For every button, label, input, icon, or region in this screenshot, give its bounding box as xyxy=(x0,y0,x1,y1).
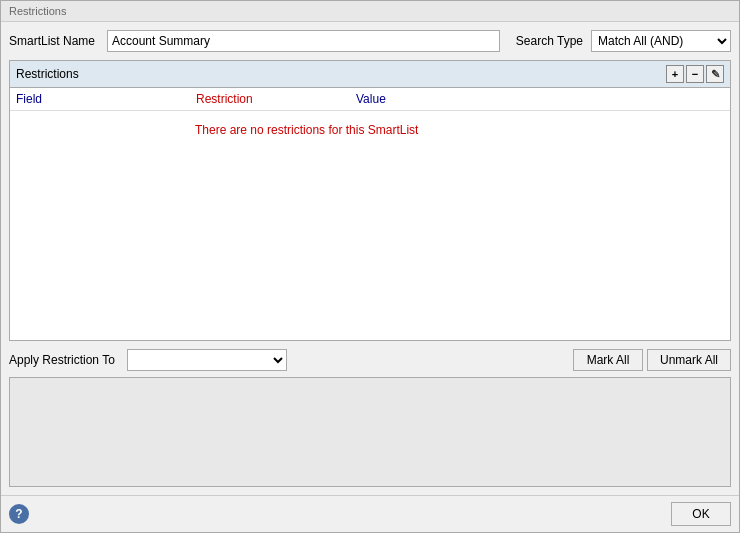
smartlist-name-label: SmartList Name xyxy=(9,34,99,48)
smartlist-row: SmartList Name Search Type Match All (AN… xyxy=(9,30,731,52)
mark-buttons: Mark All Unmark All xyxy=(573,349,731,371)
unmark-all-button[interactable]: Unmark All xyxy=(647,349,731,371)
search-type-select[interactable]: Match All (AND) Match Any (OR) xyxy=(591,30,731,52)
restrictions-panel: Restrictions + − ✎ Field Restriction Val… xyxy=(9,60,731,341)
bottom-area: Apply Restriction To Mark All Unmark All xyxy=(9,349,731,487)
apply-row: Apply Restriction To Mark All Unmark All xyxy=(9,349,731,371)
pencil-icon: ✎ xyxy=(711,68,720,81)
col-field-header: Field xyxy=(16,92,196,106)
col-value-header: Value xyxy=(356,92,724,106)
apply-restriction-label: Apply Restriction To xyxy=(9,353,119,367)
table-header-row: Field Restriction Value xyxy=(10,88,730,111)
footer-bar: ? OK xyxy=(1,495,739,532)
restrictions-panel-header: Restrictions + − ✎ xyxy=(10,61,730,88)
main-window: Restrictions SmartList Name Search Type … xyxy=(0,0,740,533)
search-type-label: Search Type xyxy=(516,34,583,48)
apply-list-area xyxy=(9,377,731,487)
help-button[interactable]: ? xyxy=(9,504,29,524)
restrictions-panel-title: Restrictions xyxy=(16,67,79,81)
col-restriction-header: Restriction xyxy=(196,92,356,106)
restrictions-header-buttons: + − ✎ xyxy=(666,65,724,83)
ok-button[interactable]: OK xyxy=(671,502,731,526)
remove-restriction-button[interactable]: − xyxy=(686,65,704,83)
title-bar: Restrictions xyxy=(1,1,739,22)
content-area: SmartList Name Search Type Match All (AN… xyxy=(1,22,739,495)
apply-restriction-select[interactable] xyxy=(127,349,287,371)
restrictions-table-body: There are no restrictions for this Smart… xyxy=(10,111,730,340)
add-restriction-button[interactable]: + xyxy=(666,65,684,83)
mark-all-button[interactable]: Mark All xyxy=(573,349,643,371)
no-restrictions-message: There are no restrictions for this Smart… xyxy=(10,111,730,149)
smartlist-name-input[interactable] xyxy=(107,30,500,52)
window-title: Restrictions xyxy=(9,5,66,17)
edit-restriction-button[interactable]: ✎ xyxy=(706,65,724,83)
